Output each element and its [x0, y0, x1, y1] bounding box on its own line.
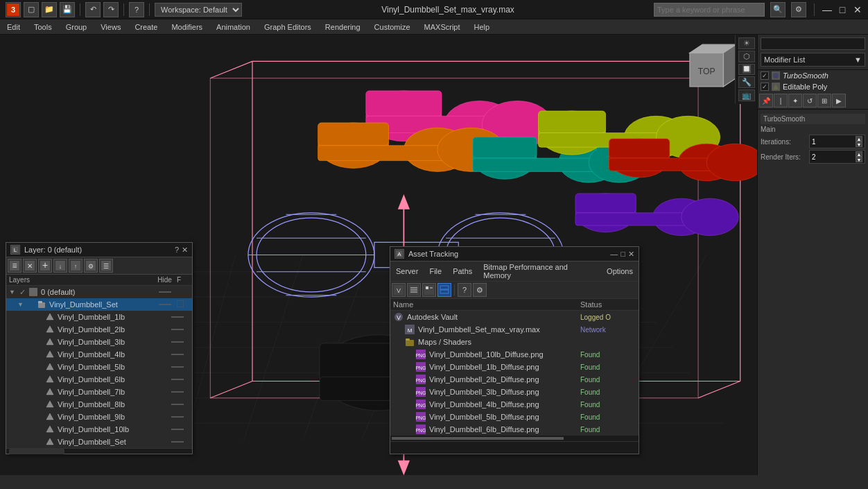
layer-delete-btn[interactable]: ✕	[23, 259, 37, 273]
layer-row[interactable]: Vinyl_Dumbbell_8lb	[6, 398, 192, 411]
menu-animation[interactable]: Animation	[209, 19, 257, 35]
layer-row[interactable]: Vinyl_Dumbbell_5lb	[6, 361, 192, 373]
layer-add-btn[interactable]: +	[38, 259, 52, 273]
layer-row[interactable]: ▼ Vinyl_Dumbbell_Set	[6, 298, 192, 311]
menu-maxscript[interactable]: MAXScript	[417, 19, 467, 35]
asset-tb-vault[interactable]: V	[392, 283, 406, 297]
iterations-value[interactable]: 1 ▲ ▼	[809, 135, 865, 148]
scale-btn[interactable]: ⊞	[817, 94, 831, 108]
layers-scrollbar[interactable]	[6, 448, 192, 454]
menu-group[interactable]: Group	[59, 19, 94, 35]
undo-btn[interactable]: ↶	[85, 2, 101, 17]
rotate-btn[interactable]: ↺	[803, 94, 817, 108]
layers-help-btn[interactable]: ?	[175, 246, 179, 255]
turbosmooth-section-title[interactable]: TurboSmooth	[761, 114, 865, 124]
asset-row[interactable]: Maps / Shaders	[390, 336, 639, 348]
asset-panel-title[interactable]: A Asset Tracking — □ ✕	[390, 247, 639, 261]
menu-edit[interactable]: Edit	[0, 19, 27, 35]
layer-select-btn[interactable]: ↓	[53, 259, 67, 273]
layer-row[interactable]: Vinyl_Dumbbell_Set	[6, 436, 192, 448]
menu-modifiers[interactable]: Modifiers	[164, 19, 209, 35]
asset-tb-settings[interactable]: ⚙	[473, 283, 487, 297]
asset-minimize-btn[interactable]: —	[610, 250, 618, 259]
layer-row[interactable]: Vinyl_Dumbbell_7lb	[6, 386, 192, 398]
new-btn[interactable]: ▢	[24, 2, 39, 17]
save-btn[interactable]: 💾	[60, 2, 75, 17]
ri-display-btn[interactable]: 📺	[738, 89, 755, 101]
asset-menu-options[interactable]: Options	[601, 266, 639, 277]
minimize-btn[interactable]: —	[822, 5, 832, 15]
asset-row[interactable]: PNG Vinyl_Dumbbell_4lb_Diffuse.png Found	[390, 398, 639, 411]
asset-row[interactable]: PNG Vinyl_Dumbbell_6lb_Diffuse.png Found	[390, 423, 639, 436]
viewport[interactable]: [+] [Perspective] [Shaded + Edged Faces]…	[0, 35, 757, 475]
asset-row[interactable]: PNG Vinyl_Dumbbell_3lb_Diffuse.png Found	[390, 386, 639, 398]
layer-row[interactable]: ▼ ✓ 0 (default)	[6, 286, 192, 298]
iterations-spinner[interactable]: ▲ ▼	[856, 136, 862, 147]
layer-move-btn[interactable]: ↑	[69, 259, 83, 273]
modifier-turbosmooth[interactable]: ✓ TurboSmooth	[758, 70, 868, 81]
ri-material-btn[interactable]: ⬡	[738, 51, 755, 62]
menu-graph-editors[interactable]: Graph Editors	[257, 19, 318, 35]
workspace-select[interactable]: Workspace: Default	[155, 3, 242, 17]
menu-create[interactable]: Create	[128, 19, 164, 35]
asset-tb-table[interactable]	[437, 283, 451, 297]
menu-tools[interactable]: Tools	[27, 19, 59, 35]
layer-row[interactable]: Vinyl_Dumbbell_6lb	[6, 373, 192, 386]
render-iters-up[interactable]: ▲	[856, 151, 862, 157]
open-btn[interactable]: 📁	[42, 2, 57, 17]
maximize-btn[interactable]: □	[837, 5, 847, 15]
asset-menu-server[interactable]: Server	[390, 266, 424, 277]
ri-render-btn[interactable]: 🔲	[738, 64, 755, 76]
asset-tb-help[interactable]: ?	[458, 283, 471, 297]
asset-row[interactable]: PNG Vinyl_Dumbbell_1lb_Diffuse.png Found	[390, 361, 639, 373]
layer-extra-btn[interactable]: ☰	[99, 259, 113, 273]
modifier-list-dropdown[interactable]: Modifier List ▼	[761, 53, 865, 67]
search-input[interactable]	[654, 3, 765, 17]
asset-tb-list[interactable]	[407, 283, 421, 297]
select-vertex-btn[interactable]: |	[774, 94, 788, 108]
layer-row[interactable]: Vinyl_Dumbbell_2lb	[6, 323, 192, 336]
asset-menu-bitmap[interactable]: Bitmap Performance and Memory	[478, 261, 601, 281]
render-iters-value[interactable]: 2 ▲ ▼	[809, 150, 865, 164]
layers-panel-title[interactable]: L Layer: 0 (default) ? ✕	[6, 243, 192, 257]
menu-customize[interactable]: Customize	[367, 19, 417, 35]
layer-row[interactable]: Vinyl_Dumbbell_1lb	[6, 311, 192, 323]
layer-row[interactable]: Vinyl_Dumbbell_9lb	[6, 411, 192, 423]
menu-help[interactable]: Help	[467, 19, 497, 35]
search-btn[interactable]: 🔍	[770, 2, 785, 17]
render-btn[interactable]: ▶	[832, 94, 846, 108]
asset-row[interactable]: M Vinyl_Dumbbell_Set_max_vray.max Networ…	[390, 323, 639, 336]
asset-menu-file[interactable]: File	[424, 266, 447, 277]
object-name-input[interactable]: Vinyl_Dumbbell_6lb	[761, 37, 865, 50]
layer-row[interactable]: Vinyl_Dumbbell_4lb	[6, 348, 192, 361]
asset-row[interactable]: V Autodesk Vault Logged O	[390, 311, 639, 323]
move-btn[interactable]: ✦	[788, 94, 802, 108]
layer-hide-indicator	[153, 291, 177, 293]
pin-stack-btn[interactable]: 📌	[759, 94, 773, 108]
iterations-down[interactable]: ▼	[856, 141, 862, 147]
asset-row[interactable]: PNG Vinyl_Dumbbell_2lb_Diffuse.png Found	[390, 373, 639, 386]
layer-new-btn[interactable]: ≡	[8, 259, 21, 273]
asset-close-btn[interactable]: ✕	[628, 250, 634, 259]
render-iters-spinner[interactable]: ▲ ▼	[856, 151, 862, 162]
help-btn[interactable]: ?	[129, 2, 144, 17]
render-iters-down[interactable]: ▼	[856, 157, 862, 162]
layer-row[interactable]: Vinyl_Dumbbell_3lb	[6, 336, 192, 348]
iterations-up[interactable]: ▲	[856, 136, 862, 141]
ri-sunlight-btn[interactable]: ☀	[738, 37, 755, 49]
close-btn[interactable]: ✕	[853, 5, 862, 15]
menu-rendering[interactable]: Rendering	[318, 19, 367, 35]
asset-tb-details[interactable]	[422, 283, 436, 297]
layers-close-btn[interactable]: ✕	[182, 246, 188, 255]
ri-util-btn[interactable]: 🔧	[738, 76, 755, 88]
layer-options-btn[interactable]: ⚙	[84, 259, 98, 273]
asset-row[interactable]: PNG Vinyl_Dumbbell_5lb_Diffuse.png Found	[390, 411, 639, 423]
asset-menu-paths[interactable]: Paths	[447, 266, 478, 277]
asset-row[interactable]: PNG Vinyl_Dumbbell_10lb_Diffuse.png Foun…	[390, 348, 639, 361]
layer-row[interactable]: Vinyl_Dumbbell_10lb	[6, 423, 192, 436]
menu-views[interactable]: Views	[94, 19, 128, 35]
modifier-editable-poly[interactable]: ✓ Editable Poly	[758, 81, 868, 92]
settings-btn[interactable]: ⚙	[791, 2, 806, 17]
asset-maximize-btn[interactable]: □	[620, 250, 625, 259]
redo-btn[interactable]: ↷	[103, 2, 119, 17]
